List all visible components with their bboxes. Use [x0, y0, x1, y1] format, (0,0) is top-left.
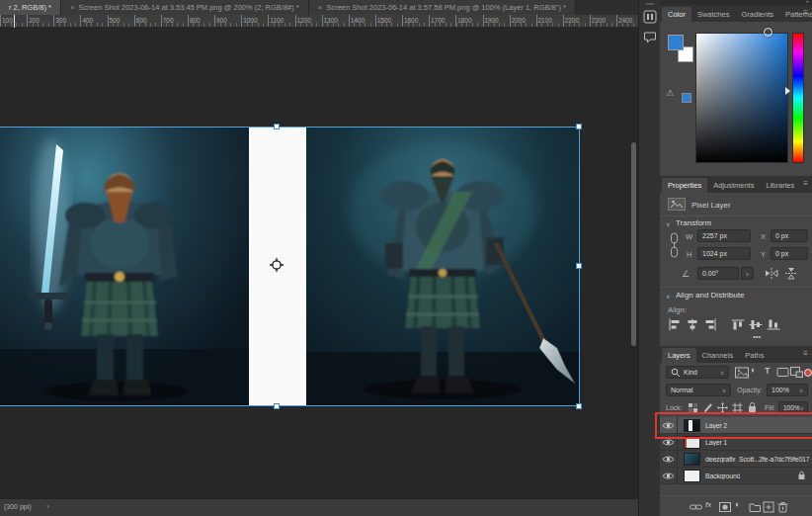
transform-section-header[interactable]: Transform: [676, 218, 711, 227]
align-top-edges-icon[interactable]: [731, 318, 745, 331]
blend-mode-dropdown[interactable]: Normal∨: [666, 384, 731, 396]
selection-handle-bottom-right[interactable]: [576, 403, 582, 409]
width-field[interactable]: 2257 px: [697, 229, 751, 242]
pixel-layer-thumbnail-icon: [668, 198, 686, 211]
move-tool-crosshair-icon: [269, 257, 284, 273]
document-tab[interactable]: r 2, RGB/8) *: [0, 0, 61, 15]
selection-handle-top-center[interactable]: [274, 124, 280, 129]
x-field[interactable]: 0 px: [771, 229, 808, 242]
panel-tab[interactable]: Color: [662, 7, 691, 22]
layer-row[interactable]: Background: [660, 468, 812, 484]
layer-thumbnail[interactable]: [684, 453, 700, 466]
canvas[interactable]: [0, 28, 638, 498]
y-field[interactable]: 0 px: [771, 247, 808, 260]
history-panel-icon[interactable]: [643, 10, 657, 24]
layer-visibility-eye-icon[interactable]: [660, 417, 678, 434]
photoshop-window: r 2, RGB/8) * × Screen Shot 2023-06-14 a…: [0, 0, 812, 516]
layer-name: Layer 2: [705, 422, 727, 429]
align-right-edges-icon[interactable]: [703, 318, 717, 331]
collapse-panels-icon[interactable]: «: [806, 0, 809, 4]
hue-slider[interactable]: [792, 33, 804, 163]
foreground-color-swatch[interactable]: [668, 35, 684, 50]
filter-adjustment-layers-icon[interactable]: ◐: [751, 365, 756, 375]
layer-effects-fx-button[interactable]: fx: [705, 500, 711, 509]
color-saturation-field[interactable]: [695, 33, 788, 163]
layer-visibility-eye-icon[interactable]: [660, 468, 678, 484]
selection-handle-top-right[interactable]: [576, 124, 582, 129]
align-left-edges-icon[interactable]: [668, 318, 682, 331]
section-collapse-chevron[interactable]: ∨: [666, 220, 670, 227]
panel-tab[interactable]: Gradients: [735, 7, 779, 22]
comments-panel-icon[interactable]: [643, 31, 657, 44]
selection-handle-right-middle[interactable]: [576, 263, 582, 269]
height-field[interactable]: 1024 px: [697, 247, 751, 260]
close-tab-icon[interactable]: ×: [70, 3, 75, 12]
ruler-label: 1500: [375, 15, 402, 27]
rotation-angle-field[interactable]: 0.00°: [697, 267, 739, 280]
panel-menu-icon[interactable]: ≡: [803, 8, 808, 17]
filter-toggle[interactable]: [804, 369, 812, 377]
lock-artboard-icon[interactable]: [732, 402, 743, 413]
layer-visibility-eye-icon[interactable]: [660, 434, 678, 451]
document-tab-label: r 2, RGB/8) *: [9, 3, 51, 12]
constrain-proportions-link-icon[interactable]: [670, 232, 679, 258]
align-section-header[interactable]: Align and Distribute: [676, 291, 744, 300]
layer-filter-kind-dropdown[interactable]: Kind∨: [666, 366, 729, 379]
layer-thumbnail[interactable]: [684, 470, 700, 482]
close-tab-icon[interactable]: ×: [318, 3, 323, 12]
flip-horizontal-button[interactable]: [765, 267, 778, 280]
lock-transparency-icon[interactable]: [688, 402, 698, 413]
adjustment-layer-icon[interactable]: ◐: [735, 499, 740, 509]
section-collapse-chevron[interactable]: ∨: [666, 293, 670, 300]
panel-tab[interactable]: Adjustments: [707, 178, 760, 193]
status-bar: (300 ppi) ›: [0, 498, 638, 516]
layer-thumbnail[interactable]: [684, 436, 700, 449]
new-layer-icon[interactable]: [763, 501, 774, 513]
lock-all-icon[interactable]: [747, 401, 758, 413]
panel-tab[interactable]: Properties: [662, 178, 707, 193]
panel-tab[interactable]: Channels: [696, 348, 740, 363]
angle-dropdown-button[interactable]: ∨: [741, 267, 754, 280]
status-options-chevron[interactable]: ›: [46, 502, 49, 511]
panel-tab[interactable]: Paths: [739, 348, 770, 363]
panel-tab[interactable]: Libraries: [760, 178, 800, 193]
panel-menu-icon[interactable]: ≡: [803, 179, 808, 188]
opacity-dropdown[interactable]: 100%∨: [767, 384, 808, 396]
gamut-closest-color-chip[interactable]: [682, 93, 691, 103]
fill-dropdown[interactable]: 100%∨: [778, 401, 808, 414]
flip-vertical-button[interactable]: [784, 267, 798, 280]
lock-pixels-brush-icon[interactable]: [702, 402, 713, 413]
panel-tab[interactable]: Swatches: [691, 7, 736, 22]
panel-menu-icon[interactable]: ≡: [803, 349, 808, 358]
new-group-folder-icon[interactable]: [749, 501, 761, 513]
layer-visibility-eye-icon[interactable]: [660, 451, 678, 468]
document-tab[interactable]: × Screen Shot 2023-06-14 at 3.53.45 PM.p…: [61, 0, 309, 15]
gamut-warning-icon[interactable]: ⚠: [666, 88, 674, 98]
panel-tab[interactable]: Layers: [662, 348, 696, 363]
filter-smart-objects-icon[interactable]: [790, 367, 803, 378]
layer-row[interactable]: deezgrafix_Scott...2fe-a7dc7f9fe017: [660, 451, 812, 468]
layers-panel: Layers Channels Paths ≡ Kind∨ ◐ T: [660, 346, 812, 516]
ruler-label: 1400: [349, 15, 375, 27]
align-horizontal-centers-icon[interactable]: [686, 318, 699, 331]
filter-shape-layers-icon[interactable]: [776, 367, 789, 378]
document-tab[interactable]: × Screen Shot 2023-06-14 at 3.57.58 PM.p…: [309, 0, 576, 15]
canvas-vertical-scrollbar[interactable]: [631, 142, 636, 346]
layer-row[interactable]: Layer 1: [660, 434, 812, 451]
opacity-label: Opacity:: [737, 387, 763, 393]
layer-row[interactable]: Layer 2: [660, 417, 812, 434]
filter-type-layers-icon[interactable]: T: [765, 366, 771, 376]
dock-grip[interactable]: [646, 3, 654, 5]
selection-handle-bottom-center[interactable]: [274, 403, 280, 409]
align-vertical-centers-icon[interactable]: [749, 318, 763, 331]
delete-layer-trash-icon[interactable]: [777, 501, 788, 513]
link-layers-icon[interactable]: [690, 501, 702, 513]
align-bottom-edges-icon[interactable]: [767, 318, 780, 331]
lock-position-icon[interactable]: [717, 402, 728, 413]
add-layer-mask-icon[interactable]: [719, 501, 731, 513]
color-picker-ring[interactable]: [764, 28, 772, 37]
hue-slider-arrow[interactable]: [785, 87, 790, 95]
more-options-button[interactable]: •••: [753, 332, 761, 341]
layer-thumbnail[interactable]: [684, 419, 700, 432]
filter-pixel-layers-icon[interactable]: [735, 367, 749, 379]
